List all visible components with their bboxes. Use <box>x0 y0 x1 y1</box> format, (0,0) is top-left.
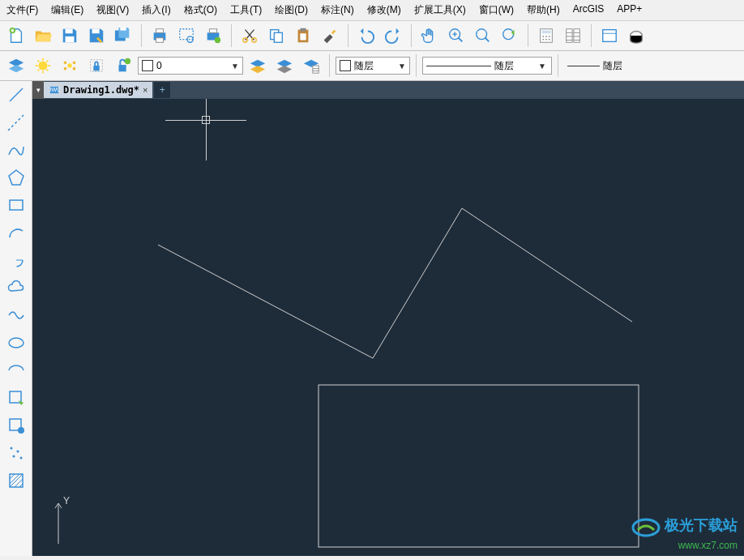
cut-button[interactable] <box>237 24 262 48</box>
zoom-previous-button[interactable] <box>498 24 522 48</box>
layer-manager-button[interactable] <box>4 53 28 78</box>
separator <box>231 24 232 47</box>
menu-insert[interactable]: 插入(I) <box>135 2 177 19</box>
tool-palette-button[interactable] <box>624 24 648 48</box>
arc-tool[interactable] <box>0 220 32 245</box>
layer-unlock-button[interactable] <box>111 53 135 78</box>
copy-button[interactable] <box>264 24 289 48</box>
layer-isolate-button[interactable] <box>299 53 323 78</box>
menu-app[interactable]: APP+ <box>610 2 648 19</box>
cloud-tool[interactable] <box>0 276 32 300</box>
drawing-entities <box>32 99 744 556</box>
svg-point-28 <box>542 39 544 41</box>
separator <box>558 54 558 77</box>
linetype-sample <box>426 66 491 66</box>
color-dropdown[interactable]: 随层 ▼ <box>336 57 410 75</box>
svg-point-37 <box>73 62 76 65</box>
ellipse-arc-tool[interactable] <box>0 358 32 383</box>
svg-rect-19 <box>300 33 306 40</box>
menu-file[interactable]: 文件(F) <box>0 2 45 19</box>
svg-point-57 <box>12 455 15 458</box>
lineweight-dropdown[interactable]: 随层 <box>564 57 647 75</box>
dropdown-arrow-icon: ▼ <box>398 62 406 71</box>
separator <box>141 24 142 47</box>
layer-dropdown[interactable]: 0 ▼ <box>138 57 243 75</box>
circle-arc-tool[interactable] <box>0 248 32 272</box>
separator <box>348 24 348 47</box>
layer-color-swatch <box>142 60 153 71</box>
menu-arcgis[interactable]: ArcGIS <box>567 2 611 19</box>
separator <box>411 24 412 47</box>
ucs-y-label: Y <box>63 495 70 507</box>
dwg-file-icon: DWG <box>49 84 60 96</box>
svg-rect-24 <box>542 31 551 34</box>
polygon-tool[interactable] <box>0 165 32 190</box>
drawing-canvas[interactable]: Y 极光下载站 www.xz7.com <box>32 99 744 556</box>
undo-button[interactable] <box>354 24 378 48</box>
calculator-button[interactable] <box>534 24 558 48</box>
watermark-logo-icon <box>630 515 662 540</box>
svg-line-46 <box>8 114 24 130</box>
menu-help[interactable]: 帮助(H) <box>520 2 567 19</box>
hatch-tool[interactable] <box>0 468 32 493</box>
xline-tool[interactable] <box>0 110 32 135</box>
svg-rect-62 <box>319 385 639 547</box>
point-tool[interactable] <box>0 441 32 465</box>
save-as-button[interactable] <box>84 24 109 48</box>
paste-button[interactable] <box>291 24 315 48</box>
svg-point-12 <box>215 37 220 43</box>
svg-rect-6 <box>156 29 163 33</box>
menu-draw[interactable]: 绘图(D) <box>268 2 314 19</box>
new-tab-button[interactable]: + <box>154 82 170 98</box>
insert-block-tool[interactable] <box>0 386 32 410</box>
ellipse-tool[interactable] <box>0 331 32 355</box>
lineweight-sample <box>567 66 600 66</box>
menu-extend[interactable]: 扩展工具(X) <box>408 2 472 19</box>
document-tab[interactable]: DWG Drawing1.dwg* × <box>44 82 152 98</box>
make-block-tool[interactable] <box>0 413 32 438</box>
menu-tools[interactable]: 工具(T) <box>224 2 268 19</box>
svg-text:DWG: DWG <box>49 87 60 92</box>
svg-rect-4 <box>120 28 126 31</box>
linetype-dropdown[interactable]: 随层 ▼ <box>422 57 552 75</box>
layer-lock-button[interactable] <box>84 53 109 78</box>
open-file-button[interactable] <box>31 24 55 48</box>
layer-current-name: 0 <box>156 60 197 71</box>
line-tool[interactable] <box>0 83 32 107</box>
menu-modify[interactable]: 修改(M) <box>361 2 408 19</box>
tab-close-button[interactable]: × <box>143 85 148 95</box>
design-center-button[interactable] <box>597 24 622 48</box>
plot-button[interactable] <box>201 24 225 48</box>
svg-line-45 <box>10 88 23 101</box>
menu-edit[interactable]: 编辑(E) <box>45 2 90 19</box>
match-properties-button[interactable] <box>318 24 342 48</box>
spline-tool[interactable] <box>0 303 32 327</box>
zoom-window-button[interactable] <box>471 24 495 48</box>
layer-states-button[interactable] <box>272 53 297 78</box>
layer-previous-button[interactable] <box>246 53 270 78</box>
menu-window[interactable]: 窗口(W) <box>472 2 520 19</box>
layer-state-button[interactable] <box>31 53 55 78</box>
pan-button[interactable] <box>417 24 442 48</box>
svg-rect-16 <box>274 32 282 42</box>
svg-point-35 <box>67 63 72 68</box>
properties-button[interactable] <box>561 24 585 48</box>
layer-freeze-button[interactable] <box>58 53 82 78</box>
menu-annotate[interactable]: 标注(N) <box>314 2 361 19</box>
polyline-tool[interactable] <box>0 138 32 162</box>
save-all-button[interactable] <box>111 24 135 48</box>
svg-rect-33 <box>603 30 617 42</box>
svg-point-39 <box>73 67 76 71</box>
new-file-button[interactable] <box>4 24 28 48</box>
zoom-realtime-button[interactable] <box>444 24 468 48</box>
tab-scroll-button[interactable]: ▾ <box>32 81 44 99</box>
print-button[interactable] <box>148 24 172 48</box>
menu-format[interactable]: 格式(O) <box>177 2 224 19</box>
svg-rect-3 <box>92 29 100 34</box>
menu-view[interactable]: 视图(V) <box>90 2 135 19</box>
redo-button[interactable] <box>381 24 405 48</box>
save-button[interactable] <box>58 24 82 48</box>
dropdown-arrow-icon: ▼ <box>231 62 239 71</box>
print-preview-button[interactable] <box>174 24 199 48</box>
rectangle-tool[interactable] <box>0 193 32 217</box>
